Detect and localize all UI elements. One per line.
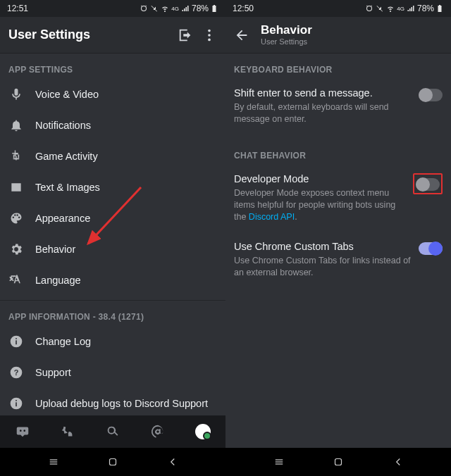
setting-title: Developer Mode [234,173,406,184]
battery-icon [435,4,444,13]
status-icons: 4G 78% [140,4,218,13]
setting-developer-mode[interactable]: Developer Mode Developer Mode exposes co… [226,165,451,233]
search-icon[interactable] [105,424,121,439]
discord-api-link[interactable]: Discord API [249,212,295,222]
svg-rect-10 [16,400,17,401]
row-support[interactable]: ? Support [0,357,226,388]
bottom-nav [0,415,226,448]
wifi-icon [161,4,169,13]
setting-chrome-tabs[interactable]: Use Chrome Custom Tabs Use Chrome Custom… [226,232,451,289]
setting-title: Use Chrome Custom Tabs [234,241,412,252]
mute-icon [150,4,159,13]
section-header-app-info: APP INFORMATION - 38.4 (1271) [0,301,226,326]
friends-icon[interactable] [60,424,75,439]
back-button[interactable] [166,456,179,468]
svg-point-2 [208,38,211,41]
status-time: 12:51 [7,4,28,13]
system-nav [0,448,226,476]
battery-icon [210,4,218,13]
svg-point-0 [208,29,211,32]
row-label: Behavior [35,244,75,255]
help-icon: ? [8,365,24,380]
home-button[interactable] [106,456,119,468]
right-pane-behavior: 12:50 4G 78% Behavior User Settings KEYB… [226,0,451,476]
row-upload-logs[interactable]: Upload debug logs to Discord Support [0,388,226,415]
svg-rect-5 [16,338,17,339]
gear-icon [8,242,24,257]
page-title: User Settings [8,27,169,42]
bell-icon [8,118,24,133]
behavior-scroll[interactable]: KEYBOARD BEHAVIOR Shift enter to send a … [226,54,451,448]
battery-indicator: 78% [417,4,444,13]
row-label: Language [35,275,81,286]
home-button[interactable] [332,456,345,468]
palette-icon [8,211,24,226]
signal-icon [407,4,415,13]
section-header-keyboard: KEYBOARD BEHAVIOR [226,54,451,79]
setting-desc: Use Chrome Custom Tabs for links instead… [234,255,412,279]
row-text-images[interactable]: Text & Images [0,172,226,203]
status-time: 12:50 [233,4,254,13]
section-header-app-settings: APP SETTINGS [0,54,226,79]
page-title: Behavior [261,24,443,37]
microphone-icon [8,87,24,102]
mute-icon [376,4,384,13]
row-behavior[interactable]: Behavior [0,234,226,265]
user-avatar[interactable] [195,424,211,439]
more-icon[interactable] [202,27,217,43]
page-subtitle: User Settings [261,37,443,46]
toggle-chrome-tabs[interactable] [419,242,443,255]
setting-title: Shift enter to send a message. [234,87,412,99]
row-label: Appearance [35,213,90,224]
row-label: Voice & Video [35,89,99,100]
status-bar: 12:51 4G 78% [0,0,226,17]
back-button[interactable] [392,456,404,468]
svg-rect-9 [16,402,17,406]
mentions-icon[interactable] [150,424,166,439]
row-appearance[interactable]: Appearance [0,203,226,234]
row-changelog[interactable]: Change Log [0,326,226,357]
row-label: Change Log [35,336,91,347]
section-header-chat: CHAT BEHAVIOR [226,135,451,165]
row-voice-video[interactable]: Voice & Video [0,79,226,110]
wifi-icon [386,4,395,13]
setting-desc: Developer Mode exposes context menu item… [234,187,406,223]
status-bar: 12:50 4G 78% [226,0,451,17]
svg-point-1 [208,34,211,37]
info-icon [8,396,24,411]
back-arrow-icon[interactable] [234,27,249,43]
row-game-activity[interactable]: Game Activity [0,141,226,172]
titlebar: User Settings [0,17,226,54]
svg-text:?: ? [14,368,19,377]
toggle-shift-enter[interactable] [419,89,443,101]
status-icons: 4G 78% [365,4,444,13]
settings-scroll[interactable]: APP SETTINGS Voice & Video Notifications… [0,54,226,415]
setting-shift-enter[interactable]: Shift enter to send a message. By defaul… [226,79,451,135]
row-label: Text & Images [35,182,100,193]
alarm-icon [140,4,148,13]
system-nav [226,448,451,476]
row-label: Notifications [35,120,91,131]
exit-icon[interactable] [178,27,193,43]
row-language[interactable]: Language [0,265,226,296]
battery-text: 78% [417,4,434,13]
recents-button[interactable] [273,456,285,468]
left-pane-user-settings: 12:51 4G 78% User Settings APP SETTINGS … [0,0,226,476]
row-notifications[interactable]: Notifications [0,110,226,141]
recents-button[interactable] [47,456,60,468]
alarm-icon [365,4,373,13]
discord-icon[interactable] [15,424,30,439]
battery-indicator: 78% [192,4,218,13]
svg-rect-19 [335,459,342,465]
annotation-highlight [413,173,443,194]
gamepad-icon [8,149,24,164]
row-label: Upload debug logs to Discord Support [35,398,208,409]
language-icon [8,273,24,288]
row-label: Support [35,367,71,378]
row-label: Game Activity [35,151,98,162]
battery-text: 78% [192,4,209,13]
image-icon [8,180,24,195]
network-label: 4G [171,6,179,12]
toggle-developer-mode[interactable] [416,178,440,191]
svg-rect-14 [110,459,116,465]
